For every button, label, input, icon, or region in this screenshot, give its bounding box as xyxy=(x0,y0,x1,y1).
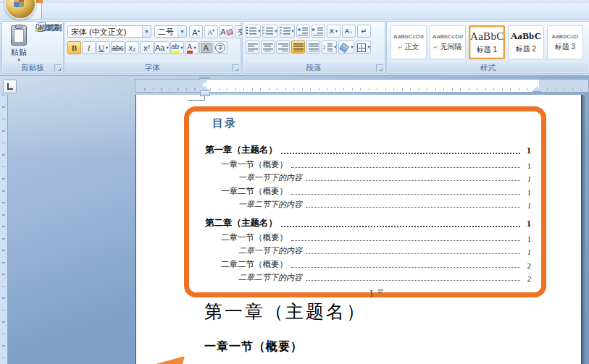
text-cursor-icon: I xyxy=(369,287,373,300)
chapter-heading[interactable]: 第一章（主题名） xyxy=(204,300,367,323)
borders-icon xyxy=(356,43,367,51)
dot-leader xyxy=(291,267,520,268)
style-heading1[interactable]: AaBbC 标题 1 xyxy=(469,25,505,59)
bullets-icon xyxy=(246,27,256,35)
toc-entry[interactable]: 一章一节下的内容 1 xyxy=(205,172,531,183)
chevron-down-icon[interactable]: ▼ xyxy=(177,26,186,37)
change-case-button[interactable]: Aa▾ xyxy=(154,41,170,54)
shading-button[interactable]: ▾ xyxy=(338,41,354,54)
dot-leader xyxy=(281,153,520,154)
section-heading[interactable]: 一章一节（概要） xyxy=(204,339,303,355)
shading-icon xyxy=(339,43,349,51)
align-left-icon xyxy=(248,43,258,51)
toc-entry[interactable]: 二章二节下的内容 2 xyxy=(205,272,531,283)
vertical-ruler[interactable] xyxy=(0,95,8,364)
left-indent-marker[interactable] xyxy=(200,90,210,96)
enclose-characters-button[interactable]: 字 xyxy=(214,41,227,54)
ribbon-tab[interactable] xyxy=(61,3,80,19)
right-indent-marker[interactable] xyxy=(532,86,541,91)
clipboard-group-label: 剪贴板 xyxy=(3,63,62,72)
font-name-combo[interactable]: 宋体 (中文正文) ▼ xyxy=(67,25,151,38)
dialog-launcher-icon[interactable] xyxy=(54,64,62,72)
format-painter-button[interactable]: 格式刷 xyxy=(35,22,62,33)
distribute-button[interactable] xyxy=(306,41,320,54)
style-heading2[interactable]: AaBbC 标题 2 xyxy=(508,25,544,59)
horizontal-ruler[interactable] xyxy=(135,79,589,93)
chevron-down-icon[interactable]: ▼ xyxy=(142,26,151,37)
document-workspace: 目录 第一章（主题名） 1 一章一节（概要） 1 一章一节下的内容 1 一章二节… xyxy=(0,75,589,364)
clipboard-icon xyxy=(11,25,27,46)
font-color-button[interactable]: A▾ xyxy=(185,41,199,54)
subscript-button[interactable]: x₂ xyxy=(125,41,139,54)
toc-entry[interactable]: 一章二节（概要） 1 xyxy=(205,186,531,197)
numbering-button[interactable]: ▾ xyxy=(262,25,277,38)
toc-page-number: 1 xyxy=(524,189,531,197)
dot-leader xyxy=(281,226,520,227)
styles-group: AaBbCcDd 正文 AaBbCcDd 无间隔 AaBbC 标题 1 AaBb… xyxy=(386,21,589,74)
align-left-button[interactable] xyxy=(246,41,259,54)
align-center-button[interactable] xyxy=(261,41,275,54)
clipboard-group: 粘贴 ▾ ✂ 剪切 复制 格式刷 剪贴板 xyxy=(1,21,64,74)
show-marks-button[interactable]: ↵ xyxy=(357,25,371,38)
underline-button[interactable]: U▾ xyxy=(96,41,110,54)
toc-entry[interactable]: 二章二节（概要） 2 xyxy=(205,259,531,270)
toc-entry[interactable]: 二章一节下的内容 1 xyxy=(205,245,531,256)
increase-indent-icon xyxy=(313,27,323,35)
toc-list: 第一章（主题名） 1 一章一节（概要） 1 一章一节下的内容 1 一章二节（概要… xyxy=(205,137,531,283)
dot-leader xyxy=(306,280,520,281)
grow-font-button[interactable]: A xyxy=(189,25,203,38)
asian-layout-button[interactable]: X▾ xyxy=(327,25,341,38)
chevron-down-icon: ▾ xyxy=(258,28,260,34)
borders-button[interactable]: ▾ xyxy=(356,41,371,54)
ribbon-tab-bar xyxy=(0,3,589,20)
italic-button[interactable]: I xyxy=(82,41,96,54)
multilevel-list-button[interactable]: ▾ xyxy=(280,25,295,38)
style-normal[interactable]: AaBbCcDd 正文 xyxy=(390,25,427,59)
align-right-button[interactable] xyxy=(276,41,290,54)
paste-button[interactable]: 粘贴 ▾ xyxy=(4,24,33,62)
numbering-icon xyxy=(263,27,273,35)
shrink-font-button[interactable]: A xyxy=(204,25,218,38)
dialog-launcher-icon[interactable] xyxy=(232,64,239,72)
hanging-indent-marker[interactable] xyxy=(199,85,209,90)
align-right-icon xyxy=(278,43,288,51)
decrease-indent-button[interactable] xyxy=(296,25,310,38)
ribbon-tab[interactable] xyxy=(42,3,61,19)
dot-leader xyxy=(291,167,520,168)
toc-page-number: 1 xyxy=(524,145,531,156)
style-no-spacing[interactable]: AaBbCcDd 无间隔 xyxy=(430,25,466,59)
justify-button[interactable] xyxy=(291,41,305,54)
strikethrough-button[interactable]: abc xyxy=(111,41,125,54)
increase-indent-button[interactable] xyxy=(312,25,325,38)
ribbon-tab[interactable] xyxy=(80,3,99,19)
style-heading3[interactable]: AaBbCcD 标题 3 xyxy=(547,25,583,59)
toc-page-number: 1 xyxy=(524,248,531,256)
align-center-icon xyxy=(263,43,273,51)
chevron-down-icon: ▾ xyxy=(275,28,277,34)
document-page[interactable]: 目录 第一章（主题名） 1 一章一节（概要） 1 一章一节下的内容 1 一章二节… xyxy=(135,95,582,364)
toc-entry[interactable]: 第一章（主题名） 1 xyxy=(205,144,531,156)
line-spacing-button[interactable]: ▾ xyxy=(322,41,337,54)
dialog-launcher-icon[interactable] xyxy=(376,64,383,72)
toc-entry[interactable]: 第二章（主题名） 1 xyxy=(205,217,531,229)
ribbon-tab[interactable] xyxy=(117,3,136,19)
toc-entry[interactable]: 二章一节（概要） 1 xyxy=(205,232,531,243)
character-shading-button[interactable]: A xyxy=(199,41,213,54)
text-highlight-button[interactable]: ab▾ xyxy=(170,41,184,54)
toc-entry[interactable]: 一章一节（概要） 1 xyxy=(205,159,531,170)
superscript-button[interactable]: x² xyxy=(140,41,154,54)
sort-button[interactable]: A↓ xyxy=(342,25,356,38)
ribbon-tab[interactable] xyxy=(136,3,155,19)
toc-entry[interactable]: 一章二节下的内容 1 xyxy=(205,199,531,210)
bold-button[interactable]: B xyxy=(67,41,81,54)
bullets-button[interactable]: ▾ xyxy=(246,25,261,38)
font-size-combo[interactable]: 二号 ▼ xyxy=(154,25,187,38)
tab-stop-selector[interactable] xyxy=(3,80,17,93)
first-line-indent-marker[interactable] xyxy=(199,78,209,84)
clear-formatting-button[interactable]: A xyxy=(220,25,233,38)
dot-leader xyxy=(306,207,520,208)
paragraph-group: ▾▾▾X▾A↓↵ ▾▾▾ 段落 xyxy=(242,21,385,74)
ribbon-tab[interactable] xyxy=(99,3,117,19)
font-group-label: 字体 xyxy=(65,63,240,72)
toc-page-number: 1 xyxy=(524,175,531,183)
